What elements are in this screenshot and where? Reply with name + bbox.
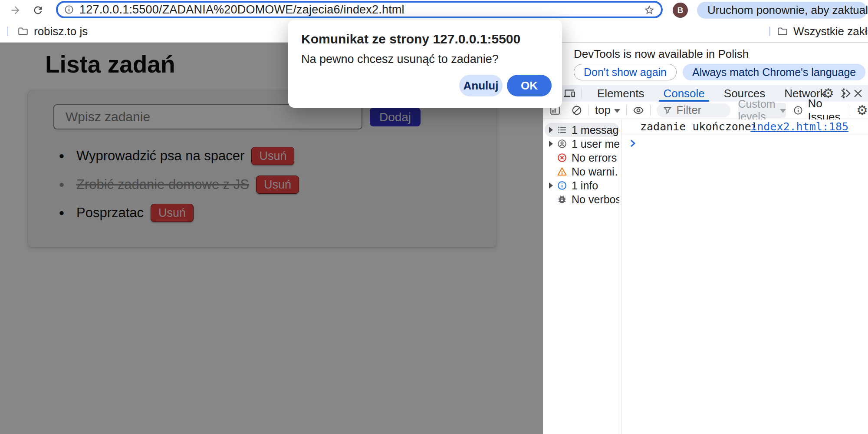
all-bookmarks-label: Wszystkie zakładki <box>793 25 868 38</box>
chevron-down-icon <box>614 109 620 113</box>
expander-arrow-icon[interactable] <box>549 127 553 133</box>
url-bar[interactable]: 127.0.0.1:5500/ZADANIA%20DOMOWE/zajecia6… <box>56 1 663 18</box>
console-toolbar: top Custom levels No <box>543 102 868 119</box>
prompt-chevron-icon <box>628 139 638 148</box>
filter-input[interactable] <box>677 103 724 117</box>
folder-icon <box>777 26 788 37</box>
sidebar-item-verbose[interactable]: No verbose <box>545 192 619 206</box>
toolbar-separator <box>589 105 589 116</box>
console-source-link[interactable]: index2.html:185 <box>750 120 848 133</box>
bookmark-folder-robisz[interactable]: robisz.to js <box>17 20 88 42</box>
sidebar-item-info[interactable]: 1 info <box>545 179 619 192</box>
sidebar-item-label: 1 info <box>572 179 598 192</box>
sidebar-item-errors[interactable]: No errors <box>545 151 619 165</box>
browser-window: 127.0.0.1:5500/ZADANIA%20DOMOWE/zajecia6… <box>0 0 868 434</box>
expander-spacer <box>549 172 553 172</box>
sidebar-item-label: 1 message <box>572 124 619 136</box>
info-icon <box>557 180 567 191</box>
tab-elements[interactable]: Elements <box>597 85 644 102</box>
sidebar-item-label: No errors <box>572 152 617 164</box>
expander-spacer <box>549 199 553 200</box>
tabbar-separator <box>581 88 582 99</box>
dialog-message: Na pewno chcesz usunąć to zadanie? <box>301 53 499 66</box>
user-icon <box>557 139 567 149</box>
bug-icon <box>557 194 567 205</box>
device-toolbar-icon[interactable] <box>564 88 575 99</box>
reload-icon[interactable] <box>32 4 44 16</box>
bookmarks-divider-right <box>769 27 770 36</box>
site-info-icon[interactable] <box>64 4 74 15</box>
notification-buttons: Don't show again Always match Chrome's l… <box>574 64 868 80</box>
expander-spacer <box>549 158 553 158</box>
console-message-row: zadanie ukończone! index2.html:185 <box>622 119 868 134</box>
devtools-language-notification: DevTools is now available in Polish <box>574 47 749 61</box>
sidebar-item-label: 1 user me… <box>572 138 619 150</box>
console-sidebar: 1 message 1 user me… No errors <box>543 119 621 434</box>
issues-info-icon <box>793 105 803 116</box>
folder-icon <box>17 26 29 37</box>
sidebar-item-messages[interactable]: 1 message <box>545 123 619 137</box>
toolbar-separator <box>650 105 651 116</box>
update-browser-button[interactable]: Uruchom ponownie, aby zaktualizować <box>697 2 867 19</box>
bookmark-star-icon[interactable] <box>644 4 655 16</box>
expander-arrow-icon[interactable] <box>549 182 553 189</box>
profile-avatar[interactable]: B <box>673 3 688 18</box>
clear-console-icon[interactable] <box>571 105 582 116</box>
sidebar-item-label: No warni… <box>572 166 619 178</box>
dialog-ok-button[interactable]: OK <box>507 75 552 96</box>
list-icon <box>557 125 567 135</box>
confirm-dialog: Komunikat ze strony 127.0.0.1:5500 Na pe… <box>288 20 562 108</box>
live-expression-eye-icon[interactable] <box>633 105 644 116</box>
sidebar-item-user-messages[interactable]: 1 user me… <box>545 137 619 151</box>
console-settings-icon[interactable]: ⚙ <box>856 104 868 117</box>
devtools-close-icon[interactable] <box>853 89 863 98</box>
sidebar-item-warnings[interactable]: No warni… <box>545 165 619 179</box>
all-bookmarks-button[interactable]: Wszystkie zakładki <box>777 20 868 42</box>
dialog-title: Komunikat ze strony 127.0.0.1:5500 <box>301 32 520 46</box>
bookmarks-divider <box>7 27 8 36</box>
dialog-cancel-button[interactable]: Anuluj <box>459 75 503 96</box>
update-browser-label: Uruchom ponownie, aby zaktualizować <box>707 3 868 17</box>
tab-console[interactable]: Console <box>663 85 704 102</box>
bookmark-folder-label: robisz.to js <box>34 25 88 38</box>
toolbar-separator <box>626 105 627 116</box>
filter-funnel-icon <box>663 106 672 115</box>
expander-arrow-icon[interactable] <box>549 141 553 147</box>
console-messages-pane: zadanie ukończone! index2.html:185 <box>622 119 868 434</box>
toolbar-separator <box>850 105 850 116</box>
devtools-panel: DevTools is now available in Polish Don'… <box>543 43 868 434</box>
sidebar-item-label: No verbose <box>572 193 619 206</box>
console-filter-box[interactable] <box>657 103 730 117</box>
error-icon <box>557 152 567 163</box>
log-levels-dropdown[interactable]: Custom levels <box>738 103 786 118</box>
context-label: top <box>595 103 611 117</box>
execution-context-selector[interactable]: top <box>595 103 620 117</box>
console-message-text: zadanie ukończone! <box>640 120 758 133</box>
url-text: 127.0.0.1:5500/ZADANIA%20DOMOWE/zajecia6… <box>79 3 404 17</box>
browser-toolbar: 127.0.0.1:5500/ZADANIA%20DOMOWE/zajecia6… <box>0 0 868 20</box>
log-levels-label: Custom levels <box>738 98 777 123</box>
warning-icon <box>557 166 567 177</box>
dont-show-again-button[interactable]: Don't show again <box>574 64 677 80</box>
console-body: 1 message 1 user me… No errors <box>543 119 868 434</box>
console-prompt[interactable] <box>622 137 638 150</box>
match-chrome-language-button[interactable]: Always match Chrome's language <box>683 64 865 80</box>
chevron-down-icon <box>780 109 786 113</box>
forward-icon[interactable] <box>10 4 21 16</box>
